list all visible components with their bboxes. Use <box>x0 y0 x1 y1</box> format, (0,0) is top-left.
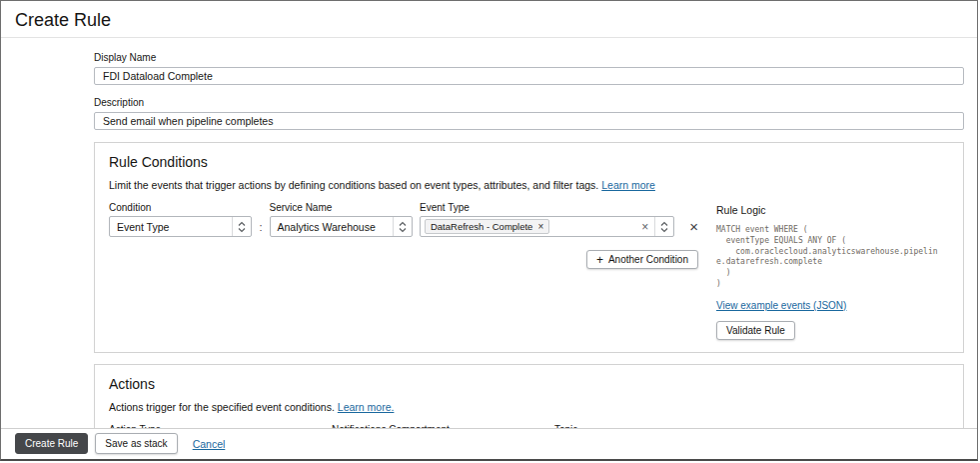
rule-conditions-section: Rule Conditions Limit the events that tr… <box>94 142 964 353</box>
rule-conditions-title: Rule Conditions <box>109 154 949 170</box>
description-input[interactable] <box>94 112 964 130</box>
service-name-select-value: Analytics Warehouse <box>271 221 393 233</box>
condition-select[interactable]: Event Type <box>109 216 252 237</box>
event-type-field: Event Type DataRefresh - Complete × × <box>420 202 674 237</box>
actions-intro: Actions trigger for the specified event … <box>109 401 949 413</box>
display-name-label: Display Name <box>94 52 964 63</box>
header: Create Rule <box>1 1 977 38</box>
another-condition-label: Another Condition <box>608 254 688 265</box>
chevron-updown-icon <box>654 217 673 236</box>
rule-logic-panel: Rule Logic MATCH event WHERE ( eventType… <box>716 202 946 340</box>
another-condition-row: + Another Condition <box>109 250 698 269</box>
service-name-select[interactable]: Analytics Warehouse <box>270 216 413 237</box>
display-name-input[interactable] <box>94 67 964 85</box>
event-type-combobox[interactable]: DataRefresh - Complete × × <box>420 216 674 237</box>
plus-icon: + <box>596 255 603 265</box>
validate-rule-button[interactable]: Validate Rule <box>716 321 795 340</box>
create-rule-button[interactable]: Create Rule <box>15 433 88 454</box>
condition-select-value: Event Type <box>110 221 232 233</box>
rule-logic-code: MATCH event WHERE ( eventType EQUALS ANY… <box>716 225 946 290</box>
service-name-label: Service Name <box>270 202 413 213</box>
event-type-selected-values: DataRefresh - Complete × <box>421 219 635 234</box>
conditions-layout: Condition Event Type : Service Name <box>109 202 949 340</box>
description-label: Description <box>94 97 964 108</box>
cancel-link[interactable]: Cancel <box>193 438 226 450</box>
rule-conditions-intro-text: Limit the events that trigger actions by… <box>109 179 598 191</box>
actions-title: Actions <box>109 376 949 392</box>
selected-event-tag-label: DataRefresh - Complete <box>431 221 532 232</box>
save-as-stack-button[interactable]: Save as stack <box>95 433 177 454</box>
conditions-learn-more-link[interactable]: Learn more <box>601 179 655 191</box>
page-title: Create Rule <box>15 9 963 31</box>
rule-logic-title: Rule Logic <box>716 204 946 216</box>
chevron-updown-icon <box>232 217 251 236</box>
example-events-link[interactable]: View example events (JSON) <box>716 300 846 311</box>
actions-learn-more-link[interactable]: Learn more. <box>338 401 395 413</box>
conditions-editor: Condition Event Type : Service Name <box>109 202 698 269</box>
selected-event-tag: DataRefresh - Complete × <box>425 219 549 234</box>
another-condition-button[interactable]: + Another Condition <box>586 250 698 269</box>
remove-tag-icon[interactable]: × <box>537 221 543 232</box>
create-rule-dialog: Create Rule Display Name Description Rul… <box>0 0 978 461</box>
condition-row: Condition Event Type : Service Name <box>109 202 698 237</box>
condition-separator: : <box>259 221 262 237</box>
content: Display Name Description Rule Conditions… <box>1 38 977 461</box>
remove-condition-button[interactable]: × <box>689 219 698 234</box>
footer: Create Rule Save as stack Cancel <box>1 428 977 459</box>
condition-field: Condition Event Type <box>109 202 252 237</box>
display-name-field: Display Name <box>94 52 964 85</box>
clear-selection-icon[interactable]: × <box>635 220 654 234</box>
service-name-field: Service Name Analytics Warehouse <box>270 202 413 237</box>
actions-intro-text: Actions trigger for the specified event … <box>109 401 335 413</box>
rule-conditions-intro: Limit the events that trigger actions by… <box>109 179 949 191</box>
chevron-updown-icon <box>393 217 412 236</box>
event-type-label: Event Type <box>420 202 674 213</box>
description-field: Description <box>94 97 964 130</box>
condition-label: Condition <box>109 202 252 213</box>
